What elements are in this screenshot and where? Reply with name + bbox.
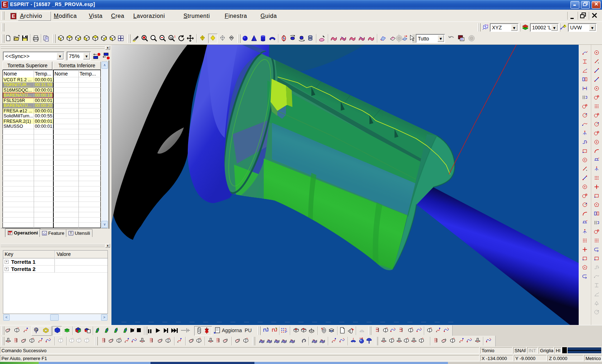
svg-text:G: G xyxy=(35,328,38,331)
svg-text:K: K xyxy=(276,327,278,330)
svg-text:Q: Q xyxy=(170,36,172,39)
